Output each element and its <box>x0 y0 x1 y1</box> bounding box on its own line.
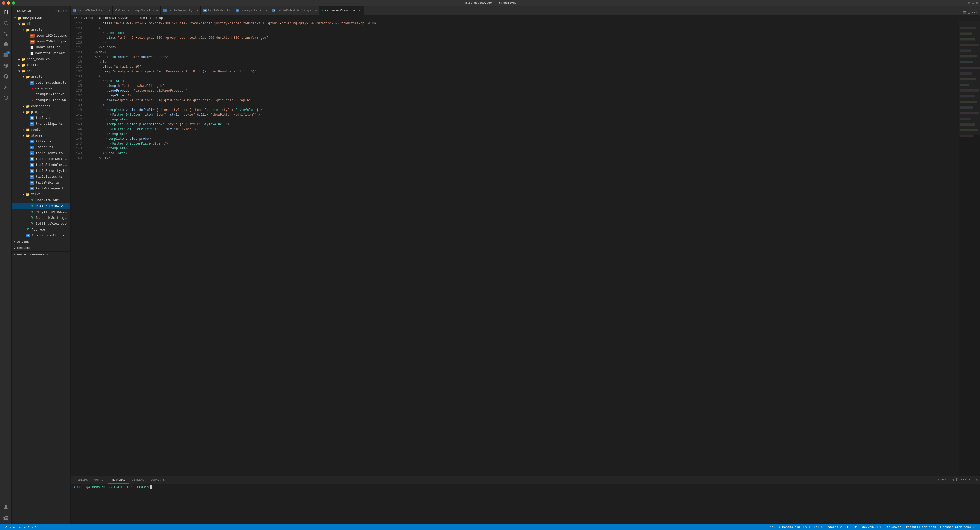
tree-item-tableStatus[interactable]: TS tableStatus.ts <box>12 174 70 180</box>
tree-item-tableWiFi-s[interactable]: TS tableWiFi.ts <box>12 180 70 186</box>
tree-item-components[interactable]: ▶ 📁 components <box>12 103 70 109</box>
tree-item-public[interactable]: ▶ 📁 public <box>12 62 70 68</box>
activity-extensions[interactable]: 2 <box>0 50 11 60</box>
tree-item-SettingsView[interactable]: V SettingsView.vue <box>12 221 70 227</box>
terminal-content[interactable]: ● aiden@Aidens-MacBook-Air TranquilVue % <box>71 484 980 524</box>
activity-remote[interactable] <box>0 60 11 71</box>
tree-item-plugins[interactable]: ▼ 📂 plugins <box>12 109 70 115</box>
tab-WiFiSettingsModal[interactable]: V WiFiSettingsModal.vue <box>113 6 161 15</box>
status-cursor-position[interactable]: Ln 1, Col 1 <box>802 525 824 528</box>
activity-explorer[interactable] <box>0 7 11 17</box>
activity-github[interactable] <box>0 71 11 82</box>
terminal-trash-icon[interactable]: 🗑 <box>955 478 959 482</box>
terminal-more-icon[interactable]: ••• <box>961 478 967 482</box>
tree-item-ScheduleSettingsView[interactable]: V ScheduleSettingsView.vue <box>12 215 70 221</box>
tab-output[interactable]: OUTPUT <box>91 476 108 484</box>
layout-icon[interactable]: ⊟ <box>976 2 978 5</box>
status-tagname[interactable]: <TagName prop-name /> <box>937 525 978 528</box>
status-branch[interactable]: ⎇ main <box>2 525 18 529</box>
section-timeline[interactable]: ▶ TIMELINE <box>12 245 70 251</box>
status-blame[interactable]: You, 2 months ago <box>768 525 802 528</box>
refresh-icon[interactable]: ↺ <box>62 9 64 13</box>
tree-item-icon-256[interactable]: PNG icon-256x256.png <box>12 39 70 44</box>
tree-item-node-modules[interactable]: ▶ 📁 node_modules <box>12 56 70 62</box>
tree-item-tableScheduler-s[interactable]: TS tableScheduler.ts <box>12 162 70 168</box>
status-spaces[interactable]: Spaces: 2 <box>824 525 843 528</box>
terminal-split-icon[interactable]: ⊟ <box>952 478 954 482</box>
tab-tranquilapi[interactable]: TS tranquilapi.ts <box>233 6 270 15</box>
activity-rss[interactable] <box>0 82 11 92</box>
new-folder-icon[interactable]: ⊡ <box>58 9 60 13</box>
tree-item-router[interactable]: ▶ 📁 router <box>12 127 70 133</box>
tree-item-HomeView[interactable]: V HomeView.vue <box>12 197 70 203</box>
tree-item-dist[interactable]: ▼ 📂 dist <box>12 21 70 27</box>
tab-gitlens[interactable]: GITLENS <box>129 476 147 484</box>
tree-item-tranquil-white[interactable]: ✦ tranquil-logo-white.svg <box>12 97 70 103</box>
tree-item-colorSwatches[interactable]: TS colorSwatches.ts <box>12 80 70 86</box>
tree-item-main-css[interactable]: ● main.scss <box>12 86 70 92</box>
activity-settings[interactable] <box>0 513 11 523</box>
open-editors-icon[interactable]: ☰ <box>963 11 966 15</box>
terminal-close-icon[interactable]: × <box>976 478 978 482</box>
section-project-components[interactable]: ▶ PROJECT COMPONENTS <box>12 251 70 258</box>
navigate-back-icon[interactable]: ← <box>956 11 958 15</box>
navigate-forward-icon[interactable]: → <box>959 11 962 15</box>
new-file-icon[interactable]: + <box>55 9 57 13</box>
tree-item-index-html-br[interactable]: 📄 index.html.br <box>12 44 70 51</box>
tree-item-PlaylistsView[interactable]: V PlaylistsView.vue <box>12 209 70 215</box>
tree-item-App-vue[interactable]: V App.vue <box>12 227 70 233</box>
tab-terminal[interactable]: TERMINAL <box>108 476 129 484</box>
tab-problems[interactable]: PROBLEMS <box>71 476 91 484</box>
status-encoding[interactable]: {} <box>843 525 850 528</box>
tree-item-stores[interactable]: ▼ 📂 stores <box>12 133 70 139</box>
split-editor-icon[interactable]: ⊞ <box>968 2 970 5</box>
tree-item-views[interactable]: ▼ 📂 views <box>12 192 70 197</box>
tab-tableSecurity[interactable]: TS tableSecurity.ts <box>161 6 201 15</box>
tree-item-formkit-config[interactable]: TS formkit.config.ts <box>12 233 70 238</box>
tree-item-tranquilapi[interactable]: TS tranquilapi.ts <box>12 121 70 127</box>
tree-item-table-ts[interactable]: TS table.ts <box>12 115 70 121</box>
activity-clock[interactable] <box>0 92 11 103</box>
tab-comments[interactable]: COMMENTS <box>147 476 168 484</box>
tree-item-src[interactable]: ▼ 📂 src <box>12 68 70 74</box>
more-actions-icon[interactable]: ••• <box>972 11 978 15</box>
maximize-panel-icon[interactable]: ▭ <box>972 2 974 5</box>
tree-item-tableLights[interactable]: TS tableLights.ts <box>12 151 70 156</box>
breadcrumb-file[interactable]: PatternsView.vue <box>97 16 128 20</box>
tree-item-icon-192[interactable]: PNG icon-192x192.png <box>12 33 70 39</box>
breadcrumb-section[interactable]: { } script setup <box>132 16 163 20</box>
terminal-add-icon[interactable]: + <box>948 478 950 482</box>
status-tsconfig[interactable]: tsconfig.app.json <box>904 525 937 528</box>
tree-item-dist-assets[interactable]: ▶ 📁 assets <box>12 27 70 33</box>
minimize-button[interactable] <box>7 2 10 5</box>
tree-item-loader-ts[interactable]: TS loader.ts <box>12 144 70 151</box>
breadcrumb-views[interactable]: views <box>84 16 93 20</box>
close-button[interactable] <box>2 2 5 5</box>
section-outline[interactable]: ▶ OUTLINE <box>12 238 70 245</box>
activity-search[interactable] <box>0 17 11 28</box>
status-version[interactable]: 5.2.0-dev.20230709 (takeover) <box>850 525 904 528</box>
tree-item-src-assets[interactable]: ▼ 📂 assets <box>12 74 70 80</box>
status-sync[interactable]: ↺ <box>18 525 23 529</box>
collapse-all-icon[interactable]: ⊟ <box>65 9 67 13</box>
tree-item-files-ts[interactable]: TS files.ts <box>12 139 70 144</box>
split-editor-icon[interactable]: ⊟ <box>968 11 970 15</box>
tree-item-tableWireguard[interactable]: TS tableWireguard.ts <box>12 186 70 192</box>
tab-close-PatternsView[interactable]: × <box>357 8 362 13</box>
code-content[interactable]: class="h-10 w-10 mt-4 ▪log-gray-700 p-1 … <box>84 21 959 476</box>
tree-root[interactable]: ▼ 📁 TRANQUILVUE <box>12 15 70 21</box>
tree-item-PatternsView[interactable]: V PatternsView.vue <box>12 203 70 209</box>
activity-account[interactable] <box>0 502 11 513</box>
tree-item-tableSecurity-s[interactable]: TS tableSecurity.ts <box>12 168 70 174</box>
tab-tableScheduler[interactable]: TS tableScheduler.ts <box>71 6 113 15</box>
terminal-chevron-up-icon[interactable]: ∧ <box>969 478 970 482</box>
activity-run-debug[interactable] <box>0 39 11 50</box>
terminal-maximize-icon[interactable]: □ <box>972 478 974 482</box>
tree-item-tranquil-black[interactable]: ✦ tranquil-logo-black.svg <box>12 92 70 97</box>
breadcrumb-src[interactable]: src <box>74 16 80 20</box>
maximize-button[interactable] <box>12 2 15 5</box>
tab-PatternsView[interactable]: V PatternsView.vue × <box>320 6 364 15</box>
tab-tableWiFi[interactable]: TS tableWiFi.ts <box>201 6 233 15</box>
status-errors[interactable]: ⊘ 0 △ 0 <box>23 525 38 529</box>
tree-item-tableRobotSettings[interactable]: TS tableRobotSettings.ts <box>12 156 70 162</box>
